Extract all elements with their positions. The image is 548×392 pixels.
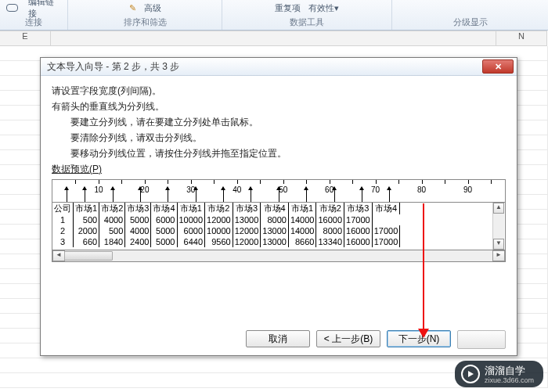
line3: 要建立分列线，请在要建立分列处单击鼠标。	[70, 116, 506, 129]
validity[interactable]: 有效性▾	[308, 2, 339, 14]
vscrollbar[interactable]: ▲ ▼	[492, 203, 504, 250]
col-header-e[interactable]: E	[0, 31, 51, 46]
next-button[interactable]: 下一步(N)	[387, 330, 451, 347]
scroll-thumb[interactable]	[64, 251, 113, 261]
play-icon	[461, 365, 480, 383]
link-icon	[6, 4, 18, 12]
scroll-right-icon[interactable]: ►	[492, 250, 505, 261]
line2: 有箭头的垂直线为分列线。	[52, 100, 506, 113]
wizard-dialog: 文本导入向导 - 第 2 步，共 3 步 ✕ 请设置字段宽度(列间隔)。 有箭头…	[40, 57, 517, 356]
watermark-sub: zixue.3d66.com	[485, 376, 534, 384]
redo[interactable]: 重复项	[275, 2, 301, 14]
advanced[interactable]: 高级	[144, 2, 161, 14]
preview-grid[interactable]: 公司市场1市场2市场3市场4市场1市场2市场3市场4市场1市场2市场3市场415…	[52, 202, 506, 250]
watermark: 溜溜自学zixue.3d66.com	[455, 361, 543, 387]
ribbon: 编辑链接连接 ✎高级排序和筛选 重复项有效性▾数据工具 分级显示	[0, 0, 548, 31]
group-outline: 分级显示	[453, 15, 488, 30]
scroll-left-icon[interactable]: ◄	[52, 250, 65, 261]
col-header-n[interactable]: N	[496, 31, 547, 46]
finish-button[interactable]	[457, 330, 506, 349]
line5: 要移动分列线位置，请按住分列线并拖至指定位置。	[70, 147, 506, 160]
scroll-down-icon[interactable]: ▼	[493, 239, 504, 250]
dialog-title: 文本导入向导 - 第 2 步，共 3 步	[47, 60, 179, 74]
group-links: 连接	[25, 15, 42, 30]
group-sort: 排序和筛选	[124, 15, 167, 30]
line4: 要清除分列线，请双击分列线。	[70, 131, 506, 145]
preview-label: 数据预览(P)	[52, 163, 506, 176]
hscrollbar[interactable]: ◄ ►	[52, 250, 506, 262]
back-button[interactable]: < 上一步(B)	[316, 330, 380, 347]
cancel-button[interactable]: 取消	[246, 330, 310, 347]
group-data: 数据工具	[290, 15, 324, 30]
ruler[interactable]: 102030405060708090	[52, 179, 506, 202]
scroll-up-icon[interactable]: ▲	[493, 203, 504, 214]
watermark-title: 溜溜自学	[485, 365, 525, 376]
titlebar[interactable]: 文本导入向导 - 第 2 步，共 3 步 ✕	[41, 58, 517, 76]
close-button[interactable]: ✕	[482, 59, 514, 74]
line1: 请设置字段宽度(列间隔)。	[52, 85, 506, 98]
